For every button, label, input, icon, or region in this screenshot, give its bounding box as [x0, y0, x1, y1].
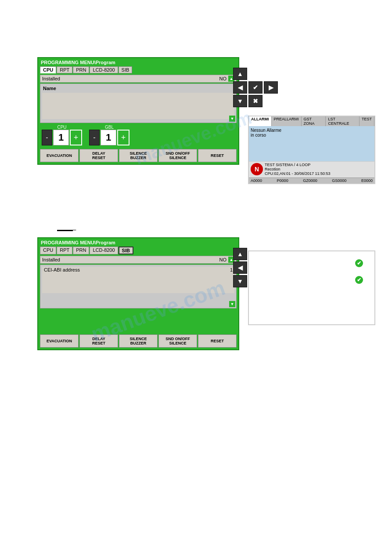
- panel2-item-label: CEI-ABI address: [44, 267, 80, 272]
- panel1-tabs: CPU RPT PRN LCD-8200 SIB: [40, 66, 237, 73]
- panel1-list-header: Name: [41, 85, 235, 92]
- info-panel1-content: Nessun Allarme in corso: [249, 126, 374, 161]
- btn-snd-onoff-1[interactable]: SND ON/OFF SILENCE: [158, 149, 197, 162]
- info-panel1-system: TEST SISTEMA / 4 LOOP: [265, 163, 331, 167]
- section2-label: [57, 224, 76, 231]
- panel1-status-bar: Installed NO ▲: [40, 75, 237, 83]
- panel2-action-buttons: EVACUATION DELAY RESET SILENCE BUZZER SN…: [40, 334, 237, 348]
- panel2-nav-down[interactable]: ▼: [233, 275, 247, 287]
- info-status-gs: GS0000: [332, 178, 346, 183]
- tab2-rpt[interactable]: RPT: [57, 247, 72, 254]
- panel1-nav-buttons: ▲ ◀ ✔ ▶ ▼ ✖: [233, 68, 278, 107]
- panel2-list-area: CEI-ABI address 1: [42, 267, 234, 293]
- checkmark-icon-1: ✔: [355, 259, 363, 267]
- panel1-gbl-plus[interactable]: +: [117, 130, 129, 145]
- info-panel1-footer-row: N TEST SISTEMA / 4 LOOP Recotion CPU:02,…: [251, 163, 373, 176]
- info-panel-1: ALLARMI PREALLARMI GST ZONA LST CENTRALE…: [248, 116, 375, 184]
- panel1-nav-right[interactable]: ▶: [264, 81, 278, 94]
- btn-evacuation-1[interactable]: EVACUATION: [40, 149, 79, 162]
- programming-panel-1: PROGRAMMING MENU\Program CPU RPT PRN LCD…: [37, 57, 239, 165]
- panel2-item-value: 1: [230, 267, 233, 272]
- panel2-title: PROGRAMMING MENU\Program: [40, 240, 237, 245]
- panel1-nav-down[interactable]: ▼: [233, 95, 247, 107]
- info-panel2-check1: ✔: [260, 259, 363, 267]
- info-panel1-subtext: in corso: [251, 133, 373, 138]
- panel1-gbl-value: 1: [101, 130, 116, 145]
- tab2-lcd8200[interactable]: LCD-8200: [90, 247, 118, 254]
- panel2-scroll-down[interactable]: ▼: [229, 301, 235, 307]
- section2-underline: [57, 230, 73, 231]
- tab2-cpu[interactable]: CPU: [40, 247, 56, 254]
- panel2-status-no: NO: [219, 257, 227, 262]
- info-tab-preallarmi[interactable]: PREALLARMI: [272, 116, 302, 126]
- panel2-list-item-0: CEI-ABI address 1: [42, 267, 234, 273]
- panel2-nav-up[interactable]: ▲: [233, 248, 247, 260]
- panel1-nav-left[interactable]: ◀: [233, 81, 247, 94]
- info-status-gz: GZ0000: [303, 178, 317, 183]
- tab-cpu[interactable]: CPU: [40, 66, 56, 73]
- panel2-tabs: CPU RPT PRN LCD-8200 SIB: [40, 247, 237, 254]
- btn-reset-1[interactable]: RESET: [198, 149, 237, 162]
- panel1-scroll-down[interactable]: ▼: [229, 116, 235, 122]
- panel1-content: Name ▼: [40, 83, 237, 123]
- info-panel1-logo: N: [251, 163, 263, 175]
- panel1-gbl-minus[interactable]: -: [89, 130, 100, 145]
- info-tab-allarmi[interactable]: ALLARMI: [249, 116, 272, 126]
- panel2-status-bar: Installed NO ▲: [40, 256, 237, 264]
- panel1-nav-check[interactable]: ✔: [248, 81, 263, 94]
- panel1-cpu-group: CPU - 1 +: [42, 125, 82, 145]
- info-panel1-sub: Recotion: [265, 167, 331, 171]
- panel2-content: CEI-ABI address 1 ▼: [40, 265, 237, 308]
- panel1-status-label: Installed: [42, 76, 219, 81]
- tab-rpt[interactable]: RPT: [57, 66, 72, 73]
- btn-delay-reset-1[interactable]: DELAY RESET: [79, 149, 118, 162]
- panel1-gbl-label: GBL: [105, 125, 114, 130]
- panel1-action-buttons: EVACUATION DELAY RESET SILENCE BUZZER SN…: [40, 149, 237, 162]
- btn-evacuation-2[interactable]: EVACUATION: [40, 334, 79, 348]
- panel1-cpu-value: 1: [53, 130, 69, 145]
- panel1-list-area: [42, 93, 234, 119]
- info-status-e: E0000: [361, 178, 373, 183]
- info-tab-gst-zona[interactable]: GST ZONA: [302, 116, 326, 126]
- btn-silence-buzzer-2[interactable]: SILENCE BUZZER: [119, 334, 158, 348]
- info-panel1-status-bar: A0000 P0000 GZ0000 GS0000 E0000: [249, 178, 374, 183]
- panel1-nav-row-up: ▲: [233, 68, 278, 80]
- tab-prn[interactable]: PRN: [73, 66, 89, 73]
- panel2-nav-left[interactable]: ◀: [233, 261, 247, 274]
- panel1-nav-row-mid: ◀ ✔ ▶: [233, 81, 278, 94]
- panel1-nav-x[interactable]: ✖: [248, 95, 263, 107]
- panel1-nav-row-down: ▼ ✖: [233, 95, 278, 107]
- tab-lcd8200[interactable]: LCD-8200: [90, 66, 118, 73]
- btn-silence-buzzer-1[interactable]: SILENCE BUZZER: [119, 149, 158, 162]
- panel1-title: PROGRAMMING MENU\Program: [40, 60, 237, 65]
- tab-sib[interactable]: SIB: [119, 66, 133, 73]
- checkmark-icon-2: ✔: [355, 276, 363, 284]
- info-tab-lst-centrale[interactable]: LST CENTRALE: [326, 116, 360, 126]
- panel1-gbl-group: GBL - 1 +: [89, 125, 129, 145]
- info-panel1-footer: N TEST SISTEMA / 4 LOOP Recotion CPU:02,…: [249, 161, 374, 178]
- info-panel2-check2: ✔: [260, 276, 363, 284]
- panel1-cpu-minus[interactable]: -: [42, 130, 52, 145]
- info-panel1-text: Nessun Allarme: [251, 128, 373, 133]
- info-status-p: P0000: [277, 178, 288, 183]
- panel2-spacer: [40, 308, 237, 333]
- info-panel-2: ✔ ✔: [248, 250, 375, 325]
- btn-delay-reset-2[interactable]: DELAY RESET: [79, 334, 118, 348]
- panel1-cpu-plus[interactable]: +: [70, 130, 82, 145]
- tab2-sib[interactable]: SIB: [119, 247, 133, 254]
- panel1-status-no: NO: [219, 76, 227, 81]
- programming-panel-2: PROGRAMMING MENU\Program CPU RPT PRN LCD…: [37, 237, 239, 350]
- panel1-nav-up[interactable]: ▲: [233, 68, 247, 80]
- info-panel1-tabs: ALLARMI PREALLARMI GST ZONA LST CENTRALE…: [249, 116, 374, 126]
- tab2-prn[interactable]: PRN: [73, 247, 89, 254]
- panel2-status-label: Installed: [42, 257, 219, 262]
- panel1-cpu-label: CPU: [57, 125, 66, 130]
- btn-reset-2[interactable]: RESET: [198, 334, 237, 348]
- section2-divider: [57, 224, 76, 231]
- info-panel1-detail: CPU:02,AN:01 - 30/06/2017 11:50:53: [265, 171, 331, 176]
- panel1-counter-area: CPU - 1 + GBL - 1 +: [40, 123, 237, 147]
- btn-snd-onoff-2[interactable]: SND ON/OFF SILENCE: [158, 334, 197, 348]
- info-tab-test[interactable]: TEST: [360, 116, 374, 126]
- info-panel2-checkmarks-row: ✔ ✔: [253, 256, 370, 287]
- info-status-a: A0000: [251, 178, 262, 183]
